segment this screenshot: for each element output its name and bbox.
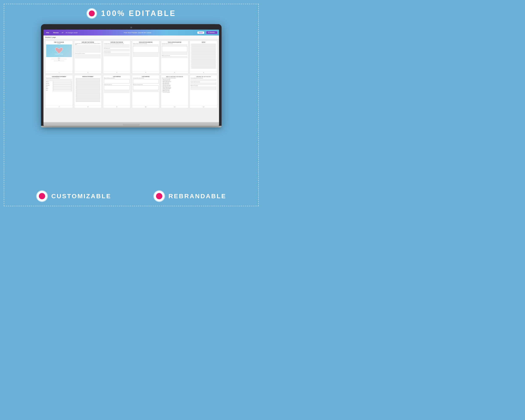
bottom-badges: CUSTOMIZABLE REBRANDABLE (0, 190, 262, 202)
page-2-num: 2 (74, 71, 102, 74)
page-10-boxes: Write about your goals and dreams (133, 79, 159, 92)
page-1[interactable]: FIND YOU PASSION JOURNAL This journal be… (45, 40, 73, 74)
laptop: File Resize ↩ All changes saved Find You… (41, 24, 222, 128)
page-3-num: 3 (103, 71, 131, 74)
customizable-badge: CUSTOMIZABLE (36, 190, 111, 202)
page-4-content: VISUALIZATION EXERCISE Imagine your futu… (132, 41, 159, 71)
page-5-num: 5 (161, 71, 188, 74)
page-12[interactable]: CREATING THE LIFE YOU LOVE Start with wh… (190, 75, 217, 108)
page-9-content: LIFE PURPOSE What is your life purpose l… (103, 75, 131, 106)
laptop-camera (131, 27, 132, 28)
page-7[interactable]: YOUR MISSION STATEMENT My personal missi… (45, 75, 73, 108)
page-12-lines (191, 79, 216, 81)
page-3-content: EXPLORE THE PASSION Lorem ipsum dolor si… (103, 41, 131, 71)
document-title: Find Your Passion Journal A4 Canva (80, 32, 196, 34)
top-badge-dot (89, 10, 95, 16)
svg-text:This journal belongs to: This journal belongs to (55, 53, 63, 55)
page-8-num: 8 (74, 106, 102, 108)
page-1-image: This journal belongs to (46, 45, 72, 57)
page-4-num: 4 (132, 71, 159, 74)
page-6[interactable]: NOTES 6 (190, 40, 217, 74)
rebrandable-circle (153, 190, 165, 202)
page-11-list: Explore your interests daily Try new exp… (162, 79, 188, 93)
page-12-content2: Key action steps for your journey Reflec… (191, 82, 216, 89)
page-10[interactable]: LIFE PURPOSE Lorem ipsum dolor sit amet … (132, 75, 159, 108)
download-button[interactable]: ⬇ Downlo... (206, 31, 217, 34)
page-11[interactable]: WAYS TO DISCOVER YOUR PASSION Here are s… (161, 75, 188, 108)
page-7-title: YOUR MISSION STATEMENT (46, 76, 72, 77)
page-8-content: MISSION STATEMENT (74, 75, 102, 106)
page-3-lines: What brings you joy? Describe your ideal… (104, 45, 130, 56)
page-1-content: FIND YOU PASSION JOURNAL This journal be… (45, 41, 73, 71)
page-9-boxes: Describe what matters most (104, 79, 130, 93)
page-2-text: Lorem ipsum dolor sit amet consectetur a… (75, 43, 101, 45)
page-4-lines (133, 45, 159, 57)
page-11-intro: Here are some ways to help you find your… (162, 78, 188, 79)
page-6-notes-lines (191, 43, 216, 70)
page-6-title: NOTES (191, 42, 216, 43)
saved-status: All changes saved (66, 32, 77, 33)
page-11-num: 11 (161, 106, 188, 108)
undo-button[interactable]: ↩ (62, 31, 63, 34)
page-5-text: Lorem ipsum dolor sit amet consectetur (162, 43, 188, 44)
page-6-num: 6 (190, 71, 217, 74)
rebrandable-text: REBRANDABLE (169, 193, 226, 200)
page-1-num: 1 (45, 71, 73, 74)
customizable-dot (39, 193, 45, 199)
top-badge: 100% EDITABLE (0, 8, 262, 19)
page-9-text: What is your life purpose lorem ipsum (104, 78, 130, 79)
resize-button[interactable]: Resize (52, 31, 60, 34)
laptop-foot (41, 126, 222, 128)
page-5-lines: Reflection notes lorem ipsum (162, 45, 188, 57)
customizable-circle (36, 190, 48, 202)
page-2-content: EXPLORE THE PASSION Lorem ipsum dolor si… (74, 41, 102, 71)
page-12-num: 12 (190, 106, 217, 108)
pages-row-1: FIND YOU PASSION JOURNAL This journal be… (45, 40, 217, 74)
page-11-title: WAYS TO DISCOVER YOUR PASSION (162, 76, 188, 77)
page-2-title: EXPLORE THE PASSION (75, 42, 101, 43)
page-3-title: EXPLORE THE PASSION (104, 42, 130, 43)
page-10-title: LIFE PURPOSE (133, 76, 159, 77)
rebrandable-dot (156, 193, 162, 199)
page-4[interactable]: VISUALIZATION EXERCISE Imagine your futu… (132, 40, 159, 74)
page-7-content: YOUR MISSION STATEMENT My personal missi… (45, 75, 73, 106)
page-12-text: Start with what you have lorem ipsum dol… (191, 78, 216, 79)
page-7-text: My personal mission lorem ipsum dolor si… (46, 78, 72, 79)
canva-pages: FIND YOU PASSION JOURNAL This journal be… (44, 39, 219, 122)
canva-toolbar: File Resize ↩ All changes saved Find You… (44, 30, 219, 36)
customizable-text: CUSTOMIZABLE (51, 193, 111, 200)
page-1-title: FIND YOU PASSION (46, 42, 72, 43)
page-10-num: 10 (132, 106, 159, 108)
page-12-content: CREATING THE LIFE YOU LOVE Start with wh… (190, 75, 217, 106)
page-6-content: NOTES (190, 41, 217, 71)
page-3[interactable]: EXPLORE THE PASSION Lorem ipsum dolor si… (103, 40, 131, 74)
laptop-screen: File Resize ↩ All changes saved Find You… (44, 30, 219, 122)
page-9[interactable]: LIFE PURPOSE What is your life purpose l… (103, 75, 131, 108)
canva-subbar: Deselect 1 page (44, 36, 219, 39)
page-8-lines (75, 78, 101, 103)
deselect-text[interactable]: Deselect 1 page (45, 37, 56, 38)
page-8[interactable]: MISSION STATEMENT (74, 75, 102, 108)
page-8-title: MISSION STATEMENT (75, 76, 101, 77)
page-12-title: CREATING THE LIFE YOU LOVE (191, 76, 216, 77)
page-2-lines: Question prompt here for reflection (75, 45, 101, 58)
page-5-content: VISUALIZATION EXERCISE Lorem ipsum dolor… (161, 41, 188, 71)
page-5-title: VISUALIZATION EXERCISE (162, 42, 188, 43)
share-button[interactable]: Share (197, 31, 204, 34)
page-4-title: VISUALIZATION EXERCISE (133, 42, 159, 43)
file-button[interactable]: File (45, 31, 50, 34)
page-4-text: Imagine your future self lorem ipsum dol… (133, 43, 159, 44)
page-9-num: 9 (103, 106, 131, 108)
page-10-content: LIFE PURPOSE Lorem ipsum dolor sit amet … (132, 75, 159, 106)
page-11-content: WAYS TO DISCOVER YOUR PASSION Here are s… (161, 75, 188, 106)
page-5[interactable]: VISUALIZATION EXERCISE Lorem ipsum dolor… (161, 40, 188, 74)
laptop-screen-outer: File Resize ↩ All changes saved Find You… (41, 24, 222, 126)
top-badge-text: 100% EDITABLE (101, 9, 176, 18)
rebrandable-badge: REBRANDABLE (153, 190, 226, 202)
page-2[interactable]: EXPLORE THE PASSION Lorem ipsum dolor si… (74, 40, 102, 74)
page-7-table: Who am I My values My purpose (46, 82, 72, 91)
top-badge-circle (86, 8, 97, 19)
pages-row-2: YOUR MISSION STATEMENT My personal missi… (45, 75, 217, 108)
page-3-text: Lorem ipsum dolor sit amet consectetur a… (104, 43, 130, 44)
page-10-text: Lorem ipsum dolor sit amet consectetur (133, 78, 159, 79)
